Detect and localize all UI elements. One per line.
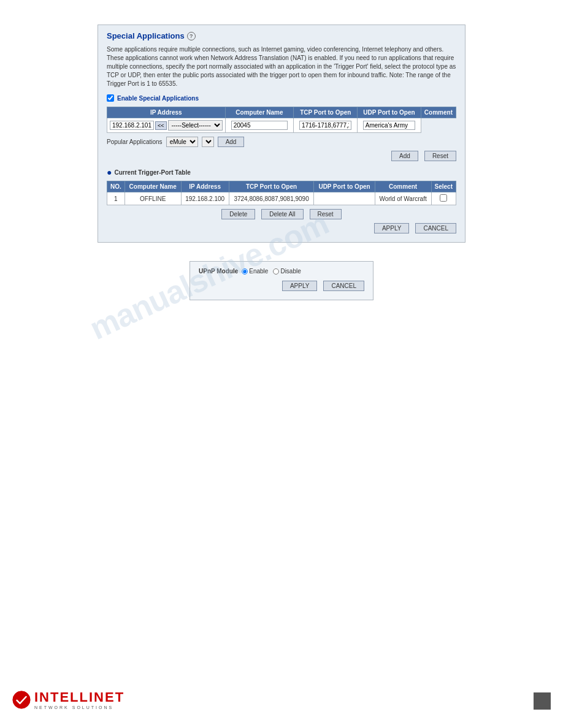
upnp-disable-label: Disable (280, 268, 301, 275)
bullet-icon: ● (107, 167, 112, 177)
row-checkbox[interactable] (440, 194, 447, 202)
th-select: Select (431, 181, 456, 192)
brand-sub: NETWORK SOLUTIONS (34, 705, 124, 710)
row-comment: World of Warcraft (375, 192, 431, 205)
popular-select2[interactable]: ▼ (202, 137, 214, 147)
upnp-enable-label: Enable (249, 268, 268, 275)
enable-label: Enable Special Applications (117, 95, 199, 102)
upnp-disable-option: Disable (273, 268, 301, 275)
ip-input[interactable] (110, 121, 154, 130)
row-ip: 192.168.2.100 (181, 192, 229, 205)
th-comment: Comment (375, 181, 431, 192)
upnp-module-row: UPnP Module Enable Disable (199, 268, 364, 275)
col-computer: Computer Name (225, 107, 294, 118)
upnp-label: UPnP Module (199, 268, 238, 275)
add-btn[interactable]: Add (391, 151, 418, 161)
cancel-btn[interactable]: CANCEL (415, 223, 456, 233)
table-row: 1 OFFLINE 192.168.2.100 3724,8086,8087,9… (107, 192, 456, 205)
logo-area: INTELLINET NETWORK SOLUTIONS (12, 689, 124, 710)
udp-port-cell (294, 118, 358, 133)
trigger-title-text: Current Trigger-Port Table (114, 169, 190, 176)
col-udp: UDP Port to Open (358, 107, 421, 118)
popular-row: Popular Applications eMule ▼ Add (107, 137, 456, 147)
description-text: Some applications require multiple conne… (107, 45, 456, 88)
page-number-box (534, 692, 551, 710)
intellinet-logo-icon (12, 691, 31, 709)
comment-input[interactable] (363, 121, 415, 130)
add-popular-btn[interactable]: Add (218, 137, 245, 147)
trigger-table: NO. Computer Name IP Address TCP Port to… (107, 181, 456, 205)
th-tcp: TCP Port to Open (229, 181, 314, 192)
svg-point-0 (13, 691, 30, 708)
apply-btn[interactable]: APPLY (374, 223, 410, 233)
upnp-apply-cancel-row: APPLY CANCEL (199, 281, 364, 291)
info-icon[interactable]: ? (187, 32, 196, 40)
delete-btn[interactable]: Delete (221, 209, 255, 219)
logo-text: INTELLINET NETWORK SOLUTIONS (34, 689, 124, 710)
upnp-apply-btn[interactable]: APPLY (282, 281, 318, 291)
computer-name-select[interactable]: -----Select------ (168, 120, 223, 131)
enable-row: Enable Special Applications (107, 94, 456, 102)
ip-cell: << -----Select------ (107, 118, 226, 133)
th-no: NO. (107, 181, 125, 192)
th-ip: IP Address (181, 181, 229, 192)
apply-cancel-row: APPLY CANCEL (107, 223, 456, 233)
input-row: << -----Select------ (107, 118, 456, 133)
trigger-section-title: ● Current Trigger-Port Table (107, 167, 456, 177)
ip-select-btn[interactable]: << (155, 121, 167, 130)
reset-btn[interactable]: Reset (424, 151, 456, 161)
brand-name: INTELLINET (34, 689, 124, 705)
popular-select[interactable]: eMule (166, 137, 198, 147)
row-select (431, 192, 456, 205)
delete-row: Delete Delete All Reset (107, 209, 456, 219)
row-no: 1 (107, 192, 125, 205)
enable-checkbox[interactable] (107, 94, 114, 102)
popular-label: Popular Applications (107, 138, 163, 145)
row-tcp: 3724,8086,8087,9081,9090 (229, 192, 314, 205)
upnp-enable-option: Enable (242, 268, 268, 275)
row-computer: OFFLINE (124, 192, 181, 205)
col-tcp: TCP Port to Open (294, 107, 358, 118)
upnp-radio-group: Enable Disable (242, 268, 301, 275)
special-applications-panel: Special Applications ? Some applications… (98, 25, 465, 243)
tcp-port-cell (225, 118, 294, 133)
panel-title-text: Special Applications (107, 31, 185, 40)
comment-cell (358, 118, 421, 133)
upnp-enable-radio[interactable] (242, 268, 248, 275)
reset-btn2[interactable]: Reset (310, 209, 342, 219)
tcp-port-input[interactable] (231, 121, 288, 130)
upnp-panel: UPnP Module Enable Disable APPLY CANCEL (190, 261, 373, 300)
upnp-cancel-btn[interactable]: CANCEL (323, 281, 364, 291)
upnp-disable-radio[interactable] (273, 268, 279, 275)
panel-title: Special Applications ? (107, 31, 456, 40)
col-comment: Comment (421, 107, 456, 118)
input-table: IP Address Computer Name TCP Port to Ope… (107, 107, 456, 133)
col-ip: IP Address (107, 107, 226, 118)
udp-port-input[interactable] (299, 121, 351, 130)
delete-all-btn[interactable]: Delete All (261, 209, 303, 219)
th-udp: UDP Port to Open (314, 181, 375, 192)
th-computer: Computer Name (124, 181, 181, 192)
row-udp (314, 192, 375, 205)
add-reset-row: Add Reset (107, 151, 456, 161)
